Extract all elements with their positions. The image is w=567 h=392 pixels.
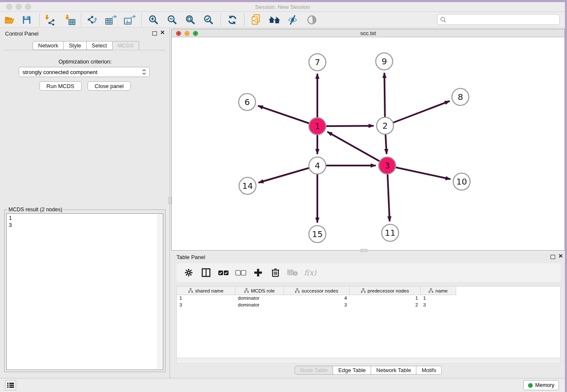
edge-3-10[interactable] — [387, 166, 451, 179]
delete-column-icon[interactable] — [270, 267, 281, 278]
node-14[interactable]: 14 — [239, 177, 256, 194]
tab-network-table[interactable]: Network Table — [371, 366, 416, 375]
application-window: Session: New Session — [0, 0, 567, 392]
close-panel-icon[interactable]: × — [160, 29, 165, 36]
table-cell[interactable]: dominator — [235, 302, 284, 309]
table-cell[interactable]: dominator — [235, 295, 284, 302]
return-to-home-icon[interactable] — [268, 14, 281, 26]
edge-3-1[interactable] — [328, 132, 388, 166]
node-2[interactable]: 2 — [377, 117, 394, 134]
settings-gear-icon[interactable] — [183, 267, 194, 278]
export-table-icon[interactable] — [105, 14, 117, 26]
tab-select[interactable]: Select — [87, 41, 113, 50]
column-layout-icon[interactable] — [201, 267, 212, 278]
node-9[interactable]: 9 — [376, 53, 393, 70]
table-cell[interactable]: 1 — [421, 295, 456, 302]
node-6[interactable]: 6 — [239, 94, 256, 110]
float-table-panel-icon[interactable] — [550, 255, 555, 259]
mcds-result-text[interactable]: 1 3 — [6, 213, 163, 370]
svg-text:15: 15 — [312, 229, 322, 239]
column-header-MCDS-role[interactable]: MCDS role — [235, 287, 284, 295]
memory-button[interactable]: Memory — [523, 380, 559, 390]
zoom-in-icon[interactable] — [147, 14, 160, 26]
panel-divider-grip-vertical[interactable] — [168, 197, 171, 204]
control-panel-tabs: NetworkStyleSelectMCDS — [33, 41, 139, 50]
toolbar-separator — [244, 14, 245, 26]
svg-text:11: 11 — [385, 228, 395, 238]
node-11[interactable]: 11 — [382, 224, 399, 241]
table-cell[interactable]: 1 — [177, 295, 235, 302]
panel-divider-grip-horizontal[interactable] — [361, 249, 367, 252]
task-history-button[interactable] — [5, 380, 16, 390]
node-3[interactable]: 3 — [379, 157, 396, 174]
import-network-icon[interactable] — [44, 14, 56, 26]
table-body: 1dominator4113dominator323 — [177, 295, 560, 309]
close-table-panel-icon[interactable]: × — [559, 252, 563, 260]
table-row[interactable]: 3dominator323 — [177, 302, 560, 309]
table-cell[interactable]: 2 — [350, 302, 421, 309]
node-8[interactable]: 8 — [452, 88, 469, 105]
memory-label: Memory — [535, 382, 554, 388]
run-mcds-button[interactable]: Run MCDS — [39, 81, 82, 91]
zoom-out-icon[interactable] — [166, 14, 179, 26]
deselect-all-icon[interactable] — [235, 267, 246, 278]
svg-text:8: 8 — [458, 92, 463, 102]
node-4[interactable]: 4 — [309, 157, 326, 174]
close-panel-button[interactable]: Close panel — [88, 81, 131, 91]
column-header-predecessor-nodes[interactable]: predecessor nodes — [350, 287, 421, 295]
table-cell[interactable]: 3 — [177, 302, 235, 309]
column-type-icon — [361, 288, 366, 293]
column-header-name[interactable]: name — [421, 287, 456, 295]
window-title: Session: New Session — [0, 4, 565, 10]
zoom-selected-icon[interactable] — [202, 14, 215, 26]
tab-style[interactable]: Style — [64, 41, 87, 50]
table-row[interactable]: 1dominator411 — [177, 295, 560, 302]
global-search-field[interactable] — [437, 14, 560, 25]
tab-edge-table[interactable]: Edge Table — [333, 366, 371, 375]
toggle-hide-icon[interactable] — [286, 14, 299, 26]
add-column-icon[interactable] — [253, 267, 264, 278]
table-cell[interactable]: 3 — [421, 302, 456, 309]
node-10[interactable]: 10 — [453, 173, 470, 190]
node-15[interactable]: 15 — [309, 226, 326, 243]
mcds-result-title: MCDS result (2 nodes) — [7, 207, 63, 213]
svg-text:7: 7 — [315, 57, 320, 67]
network-window-titlebar[interactable]: × − + scc.txt — [172, 29, 564, 37]
network-canvas[interactable]: 7968124314101511 — [172, 37, 564, 250]
node-1[interactable]: 1 — [309, 118, 326, 135]
refresh-view-icon[interactable] — [226, 14, 239, 26]
search-input[interactable] — [448, 17, 559, 23]
status-bar: Memory — [0, 378, 565, 392]
tab-node-table[interactable]: Node Table — [295, 366, 333, 375]
export-network-icon[interactable] — [86, 14, 99, 26]
zoom-fit-icon[interactable] — [184, 14, 197, 26]
table-horizontal-scrollbar[interactable] — [176, 358, 561, 364]
table-cell[interactable]: 3 — [284, 302, 350, 309]
open-file-icon[interactable] — [3, 14, 16, 26]
network-view-window: × − + scc.txt 7968124314101511 — [171, 29, 565, 251]
tab-network[interactable]: Network — [33, 41, 64, 50]
toolbar-separator — [220, 14, 221, 26]
table-cell[interactable]: 1 — [350, 295, 421, 302]
mcds-result-scrollbar[interactable] — [157, 214, 163, 370]
column-header-successor-nodes[interactable]: successor nodes — [284, 287, 350, 295]
edge-1-6[interactable] — [258, 106, 318, 126]
tab-mcds[interactable]: MCDS — [113, 41, 139, 50]
select-all-checked-icon[interactable] — [218, 267, 229, 278]
table-panel-title: Table Panel — [176, 254, 205, 260]
svg-text:14: 14 — [242, 181, 253, 191]
optimization-criterion-select[interactable]: strongly connected component — [19, 67, 150, 77]
copy-view-icon[interactable] — [250, 14, 262, 26]
node-7[interactable]: 7 — [309, 54, 326, 71]
edge-4-14[interactable] — [259, 166, 317, 183]
column-header-shared-name[interactable]: shared name — [177, 287, 235, 295]
delete-table-icon — [287, 267, 298, 278]
save-session-icon[interactable] — [20, 14, 33, 26]
float-panel-icon[interactable] — [152, 31, 157, 36]
import-table-icon[interactable] — [64, 14, 77, 26]
edge-2-8[interactable] — [385, 101, 450, 126]
svg-text:1: 1 — [315, 121, 320, 131]
tab-motifs[interactable]: Motifs — [416, 366, 442, 375]
table-cell[interactable]: 4 — [284, 295, 350, 302]
export-image-icon[interactable] — [123, 14, 136, 26]
